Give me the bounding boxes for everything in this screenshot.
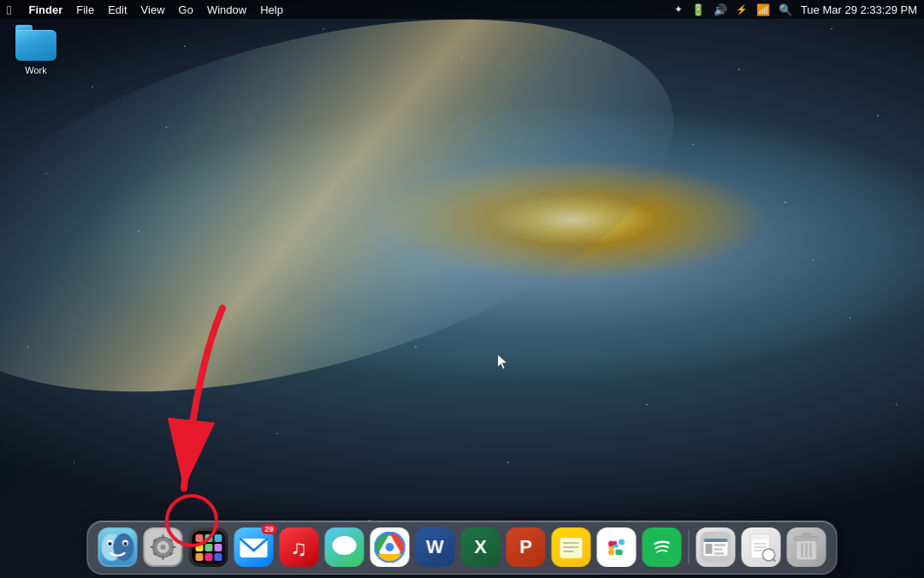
menubar:  Finder File Edit View Go Window Help ✦… (0, 0, 924, 19)
chrome-icon (370, 527, 410, 567)
word-icon: W (416, 527, 455, 567)
svg-point-6 (109, 542, 112, 545)
svg-point-51 (651, 536, 673, 558)
svg-rect-29 (215, 553, 222, 561)
svg-line-65 (773, 559, 776, 562)
desktop-icon-work[interactable]: Work (7, 22, 65, 76)
preview-icon (742, 527, 781, 567)
trash-icon (787, 527, 826, 567)
svg-rect-48 (616, 550, 619, 556)
svg-text:♫: ♫ (291, 535, 308, 561)
svg-rect-28 (205, 553, 213, 561)
notes-icon (552, 527, 591, 567)
launchpad-icon (189, 527, 228, 567)
system-preferences-icon (144, 527, 183, 567)
svg-point-3 (114, 533, 134, 561)
svg-rect-54 (704, 539, 728, 542)
dock-item-chrome[interactable] (369, 526, 412, 569)
svg-point-38 (386, 543, 394, 551)
menubar-file[interactable]: File (76, 3, 94, 16)
music-icon: ♫ (280, 527, 319, 567)
menubar-view[interactable]: View (141, 3, 165, 16)
dock-item-music[interactable]: ♫ (278, 526, 321, 569)
svg-rect-57 (714, 548, 723, 551)
svg-point-45 (619, 539, 625, 545)
svg-point-11 (161, 545, 166, 550)
svg-rect-12 (163, 534, 164, 539)
messages-icon (325, 527, 364, 567)
svg-rect-68 (803, 533, 811, 538)
dropbox-icon[interactable]: ✦ (674, 3, 683, 15)
svg-rect-56 (714, 544, 726, 546)
dock-item-preview[interactable] (740, 526, 783, 569)
desktop:  Finder File Edit View Go Window Help ✦… (0, 0, 924, 578)
svg-point-7 (124, 542, 127, 545)
volume-icon[interactable]: 🔊 (714, 3, 727, 16)
menubar-datetime: Tue Mar 29 2:33:29 PM (801, 3, 917, 16)
finder2-icon (696, 527, 736, 567)
svg-rect-21 (196, 534, 204, 542)
folder-shape (15, 25, 56, 61)
battery-icon[interactable]: 🔋 (691, 3, 705, 16)
bluetooth-icon[interactable]: ⚡ (736, 4, 748, 15)
powerpoint-icon: P (506, 527, 546, 567)
menubar-app-name[interactable]: Finder (28, 3, 62, 16)
svg-rect-14 (151, 546, 155, 548)
dock-item-finder[interactable] (97, 526, 139, 569)
red-arrow (111, 300, 282, 522)
slack-icon (597, 527, 637, 567)
dock-item-notes[interactable] (550, 526, 593, 569)
svg-point-33 (333, 536, 357, 555)
dock-item-finder2[interactable] (695, 526, 737, 569)
svg-point-49 (608, 550, 614, 556)
dock-item-powerpoint[interactable]: P (505, 526, 548, 569)
search-icon[interactable]: 🔍 (779, 3, 792, 16)
menubar-go[interactable]: Go (179, 3, 193, 16)
svg-rect-24 (196, 544, 204, 551)
svg-rect-25 (205, 544, 213, 551)
menubar-left:  Finder File Edit View Go Window Help (7, 3, 283, 17)
svg-rect-13 (163, 556, 164, 560)
folder-label: Work (25, 65, 46, 76)
dock-item-messages[interactable] (323, 526, 366, 569)
svg-rect-27 (196, 553, 204, 561)
wifi-icon[interactable]: 📶 (756, 3, 770, 16)
dock-divider (689, 530, 690, 564)
finder-icon (98, 527, 138, 567)
dock-item-trash[interactable] (785, 526, 828, 569)
dock-item-spotify[interactable] (641, 526, 684, 569)
dock-item-slack[interactable] (595, 526, 638, 569)
mail-icon: 29 (234, 527, 274, 567)
dock: 29 ♫ (87, 521, 838, 575)
dock-item-mail[interactable]: 29 (233, 526, 275, 569)
svg-rect-60 (751, 534, 770, 539)
svg-rect-23 (215, 534, 222, 542)
folder-icon-img (15, 22, 56, 63)
menubar-right: ✦ 🔋 🔊 ⚡ 📶 🔍 Tue Mar 29 2:33:29 PM (674, 3, 917, 16)
menubar-window[interactable]: Window (207, 3, 246, 16)
svg-rect-50 (608, 546, 614, 550)
mail-badge: 29 (261, 524, 276, 534)
svg-rect-55 (706, 544, 713, 554)
dock-item-system-preferences[interactable] (142, 526, 185, 569)
svg-rect-58 (714, 552, 725, 555)
wallpaper-galaxy (0, 0, 714, 462)
svg-rect-39 (560, 538, 583, 558)
svg-rect-22 (205, 534, 213, 542)
svg-rect-15 (172, 546, 176, 548)
spotify-icon (643, 527, 682, 567)
folder-body (15, 30, 56, 61)
dock-item-launchpad[interactable] (187, 526, 230, 569)
dock-item-word[interactable]: W (414, 526, 457, 569)
cursor (498, 355, 508, 370)
dock-item-excel[interactable]: X (459, 526, 502, 569)
menubar-edit[interactable]: Edit (108, 3, 127, 16)
svg-rect-26 (215, 544, 222, 551)
excel-icon: X (461, 527, 500, 567)
menubar-help[interactable]: Help (260, 3, 283, 16)
apple-menu-icon[interactable]:  (7, 3, 11, 17)
